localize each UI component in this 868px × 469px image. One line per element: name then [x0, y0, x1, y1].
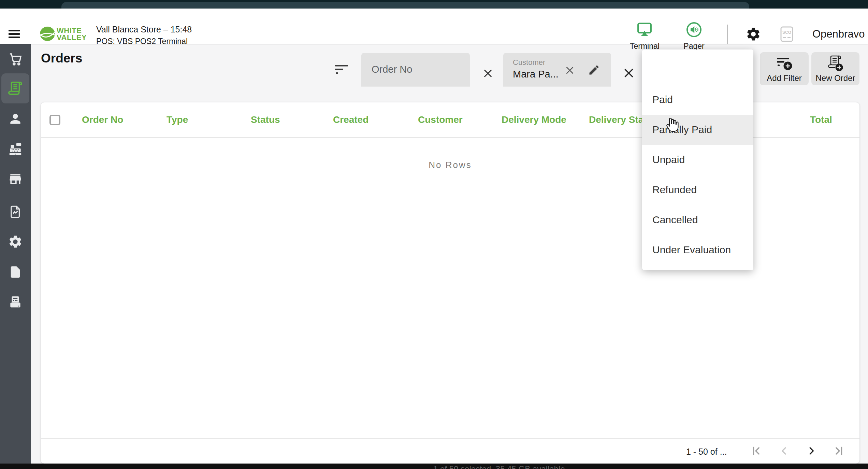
pos-terminal-name: POS: VBS POS2 Terminal [96, 37, 192, 46]
sidebar-item-sales-cart[interactable] [0, 44, 31, 74]
pagination-range-label: 1 - 50 of ... [686, 447, 727, 457]
customer-filter-value: Mara Pa... [513, 69, 559, 80]
sidebar-item-reports[interactable] [0, 197, 31, 227]
add-filter-button[interactable]: Add Filter [760, 52, 809, 85]
settings-gear-icon[interactable] [746, 26, 761, 42]
dropdown-option-unpaid[interactable]: Unpaid [642, 145, 753, 175]
column-header-delivery-mode[interactable]: Delivery Mode [502, 114, 566, 125]
column-header-status[interactable]: Status [251, 114, 280, 125]
sco-text: SCO [782, 30, 791, 35]
sidebar-item-documents[interactable] [0, 257, 31, 287]
white-valley-logo-icon [40, 26, 55, 43]
column-header-type[interactable]: Type [167, 114, 188, 125]
page-title: Orders [41, 51, 82, 66]
dropdown-option-empty[interactable] [642, 55, 753, 85]
orders-receipt-icon [8, 81, 23, 96]
pager-button[interactable]: Pager [680, 22, 708, 51]
cart-icon [8, 51, 23, 66]
column-header-customer[interactable]: Customer [418, 114, 463, 125]
clear-order-no-icon[interactable] [482, 68, 493, 80]
openbravo-brand: Openbravo [812, 28, 865, 40]
sidebar-item-store[interactable] [0, 164, 31, 194]
menu-icon[interactable] [9, 30, 20, 38]
previous-page-icon[interactable] [778, 445, 790, 458]
delivery-status-dropdown: Paid Partially Paid Unpaid Refunded Canc… [642, 49, 753, 270]
terminal-monitor-icon [636, 34, 653, 40]
self-checkout-icon[interactable]: SCO [780, 26, 793, 42]
next-page-icon[interactable] [805, 445, 818, 458]
select-all-checkbox[interactable] [49, 115, 60, 125]
logo-line2: VALLEY [57, 34, 87, 41]
sidebar-item-cash-management[interactable] [0, 134, 31, 164]
column-header-total[interactable]: Total [810, 114, 832, 125]
last-page-icon[interactable] [833, 445, 845, 458]
customer-edit-pencil-icon[interactable] [588, 64, 600, 77]
sidebar-item-devices[interactable] [0, 287, 31, 317]
desktop-status-text: 1 of 50 selected, 35.45 GB available [433, 464, 565, 469]
customers-icon [8, 111, 23, 126]
app-header: WHITE VALLEY Vall Blanca Store – 15:48 P… [0, 9, 868, 44]
window-tab [61, 2, 749, 9]
add-filter-icon [760, 52, 809, 72]
documents-icon [9, 265, 22, 279]
new-order-icon [811, 52, 859, 72]
dropdown-option-cancelled[interactable]: Cancelled [642, 205, 753, 235]
window-chrome-bar [0, 0, 868, 9]
order-no-filter-field [361, 53, 470, 86]
customer-filter-label: Customer [513, 58, 545, 67]
logo-wordmark: WHITE VALLEY [57, 27, 87, 41]
column-header-created[interactable]: Created [333, 114, 368, 125]
dropdown-option-refunded[interactable]: Refunded [642, 175, 753, 205]
store-icon [8, 172, 23, 187]
terminal-button[interactable]: Terminal [630, 22, 659, 51]
column-header-order-no[interactable]: Order No [82, 114, 123, 125]
sidebar-item-settings[interactable] [0, 227, 31, 257]
settings-icon [8, 234, 23, 249]
dropdown-option-paid[interactable]: Paid [642, 85, 753, 115]
filter-list-icon[interactable] [335, 65, 349, 76]
pagination-bar: 1 - 50 of ... [41, 438, 859, 464]
order-no-input[interactable] [361, 53, 470, 86]
cash-register-icon [8, 141, 23, 157]
store-name-time: Vall Blanca Store – 15:48 [96, 25, 192, 34]
new-order-button[interactable]: New Order [811, 52, 859, 85]
desktop-status-bar: 1 of 50 selected, 35.45 GB available [0, 464, 868, 469]
reports-icon [8, 204, 23, 219]
customer-filter-chip[interactable]: Customer Mara Pa... [503, 53, 611, 86]
dropdown-option-partially-paid[interactable]: Partially Paid [642, 115, 753, 145]
sidebar-item-customers[interactable] [0, 104, 31, 134]
dropdown-option-under-evaluation[interactable]: Under Evaluation [642, 235, 753, 265]
pager-speaker-icon [686, 34, 702, 40]
store-info: Vall Blanca Store – 15:48 POS: VBS POS2 … [96, 25, 192, 46]
customer-clear-icon[interactable] [565, 65, 575, 77]
header-divider [727, 25, 728, 44]
sidebar [0, 44, 31, 464]
clear-customer-filter-icon[interactable] [623, 67, 635, 81]
sidebar-item-orders[interactable] [1, 73, 29, 103]
new-order-label: New Order [811, 73, 859, 83]
first-page-icon[interactable] [750, 445, 762, 458]
add-filter-label: Add Filter [760, 73, 809, 83]
fiscal-printer-icon [8, 295, 23, 310]
